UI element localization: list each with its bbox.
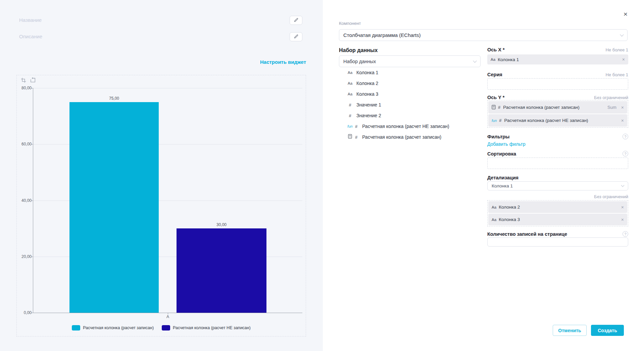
dataset-field-label: Значение 2 — [356, 113, 381, 118]
remove-chip-icon[interactable]: × — [621, 205, 624, 210]
configure-widget-link[interactable]: Настроить виджет — [260, 59, 306, 65]
dataset-field-label: Колонка 3 — [356, 91, 378, 97]
sorting-dropzone[interactable] — [487, 158, 628, 169]
detail-dropzone[interactable]: АаКолонка 2×АаКолонка 3× — [487, 200, 628, 226]
legend-swatch — [72, 325, 80, 331]
aa-icon: Аа — [492, 218, 496, 222]
dataset-field-label: Расчетная колонка (расчет НЕ записан) — [362, 124, 449, 129]
fun-icon: fun — [346, 124, 354, 128]
page-size-input[interactable] — [487, 237, 628, 247]
hash-icon: # — [346, 102, 354, 107]
create-button[interactable]: Создать — [591, 325, 624, 336]
hash-icon: # — [355, 124, 357, 129]
aa-icon: Аа — [346, 71, 354, 75]
chevron-down-icon — [473, 59, 477, 62]
aa-icon: Аа — [346, 92, 354, 96]
cancel-button[interactable]: Отменить — [553, 325, 587, 336]
aa-icon: Аа — [492, 205, 496, 209]
filters-label: Фильтры — [487, 134, 509, 139]
dataset-field-label: Расчетная колонка (расчет записан) — [362, 134, 441, 140]
pencil-icon — [294, 34, 299, 40]
dataset-field-label: Колонка 2 — [356, 81, 378, 86]
field-chip[interactable]: #Расчетная колонка (расчет записан)Sum× — [488, 101, 627, 114]
detail-hint: Без ограничений — [487, 194, 628, 199]
dataset-field-item[interactable]: АаКолонка 3 — [346, 90, 449, 98]
pencil-icon — [294, 17, 299, 24]
field-chip[interactable]: fun#Расчетная колонка (расчет НЕ записан… — [488, 114, 627, 127]
hash-icon: # — [498, 105, 500, 110]
remove-chip-icon[interactable]: × — [621, 105, 624, 110]
detail-select-value: Колонка 1 — [492, 183, 622, 188]
x-axis-category-label: A — [161, 314, 175, 319]
series-dropzone[interactable] — [487, 78, 628, 90]
axis-x-hint: Не более 1 — [605, 47, 628, 52]
axis-y-dropzone[interactable]: #Расчетная колонка (расчет записан)Sum×f… — [487, 100, 628, 128]
dataset-select-value: Набор данных — [343, 59, 474, 64]
help-icon[interactable]: ? — [623, 231, 628, 237]
dataset-field-item[interactable]: fun#Расчетная колонка (расчет НЕ записан… — [346, 123, 449, 130]
bar-series-0 — [69, 102, 159, 313]
widget-settings-panel: × Компонент Столбчатая диаграмма (EChart… — [323, 0, 644, 351]
chip-label: Колонка 3 — [499, 217, 621, 222]
y-axis-line — [33, 88, 33, 313]
detail-label: Детализация — [487, 175, 518, 180]
aggregation-badge: Sum — [607, 105, 616, 110]
edit-name-button[interactable] — [290, 16, 302, 25]
field-chip[interactable]: АаКолонка 3× — [488, 214, 627, 225]
y-axis-tick-label: 20,00 — [17, 254, 32, 259]
series-hint: Не более 1 — [605, 72, 628, 77]
aa-icon: Аа — [346, 81, 354, 85]
add-filter-link[interactable]: Добавить фильтр — [487, 141, 526, 147]
dataset-field-item[interactable]: #Расчетная колонка (расчет записан) — [346, 133, 449, 141]
detail-select[interactable]: Колонка 1 — [487, 181, 628, 190]
dataset-select[interactable]: Набор данных — [339, 55, 481, 67]
calculator-icon — [492, 105, 496, 110]
fun-icon: fun — [492, 119, 497, 123]
y-axis-tick-label: 40,00 — [17, 198, 32, 203]
bar-value-label: 75,00 — [69, 96, 159, 101]
legend-swatch — [162, 325, 170, 331]
component-select[interactable]: Столбчатая диаграмма (ECharts) — [339, 29, 628, 41]
remove-chip-icon[interactable]: × — [622, 57, 625, 62]
help-icon[interactable]: ? — [623, 134, 628, 139]
dataset-field-item[interactable]: #Значение 1 — [346, 101, 449, 108]
chevron-down-icon — [621, 184, 625, 187]
dataset-heading: Набор данных — [339, 47, 378, 53]
name-label: Название — [19, 17, 42, 23]
hash-icon: # — [346, 113, 354, 118]
chip-label: Колонка 1 — [498, 57, 622, 62]
chip-label: Колонка 2 — [499, 205, 621, 210]
widget-preview: 80,0060,0040,0020,000,0075,0030,00AРасче… — [16, 75, 306, 337]
legend-item[interactable]: Расчетная колонка (расчет НЕ записан) — [162, 325, 251, 331]
component-select-value: Столбчатая диаграмма (ECharts) — [343, 32, 621, 38]
field-chip[interactable]: АаКолонка 2× — [488, 201, 627, 213]
dataset-field-item[interactable]: АаКолонка 1 — [346, 69, 449, 76]
chip-label: Расчетная колонка (расчет записан) — [503, 105, 607, 110]
widget-editor: Название Описание Настроить виджет 80,00… — [0, 0, 644, 351]
page-size-label: Количество записей на странице — [487, 231, 567, 237]
dataset-field-item[interactable]: АаКолонка 2 — [346, 80, 449, 87]
legend-item[interactable]: Расчетная колонка (расчет записан) — [72, 325, 154, 331]
field-chip[interactable]: АаКолонка 1× — [487, 54, 628, 64]
close-icon[interactable]: × — [622, 10, 630, 18]
y-axis-tick-label: 0,00 — [17, 310, 32, 315]
hash-icon: # — [355, 135, 357, 140]
bar-value-label: 30,00 — [177, 222, 266, 227]
remove-chip-icon[interactable]: × — [621, 118, 624, 123]
dataset-field-item[interactable]: #Значение 2 — [346, 112, 449, 119]
axis-y-hint: Без ограничений — [594, 95, 628, 100]
series-label: Серия — [487, 72, 502, 77]
legend-label: Расчетная колонка (расчет НЕ записан) — [173, 325, 251, 330]
aa-icon: Аа — [491, 57, 495, 61]
help-icon[interactable]: ? — [623, 151, 628, 157]
axis-x-label: Ось X * — [487, 47, 505, 52]
legend-label: Расчетная колонка (расчет записан) — [83, 325, 154, 330]
edit-description-button[interactable] — [290, 32, 302, 41]
axis-x-value: АаКолонка 1× — [487, 54, 628, 64]
chip-label: Расчетная колонка (расчет НЕ записан) — [504, 118, 621, 123]
dataset-field-label: Колонка 1 — [356, 70, 378, 75]
dataset-field-list: АаКолонка 1АаКолонка 2АаКолонка 3#Значен… — [346, 69, 449, 141]
remove-chip-icon[interactable]: × — [621, 217, 624, 222]
description-label: Описание — [19, 34, 42, 39]
sorting-label: Сортировка — [487, 151, 516, 157]
